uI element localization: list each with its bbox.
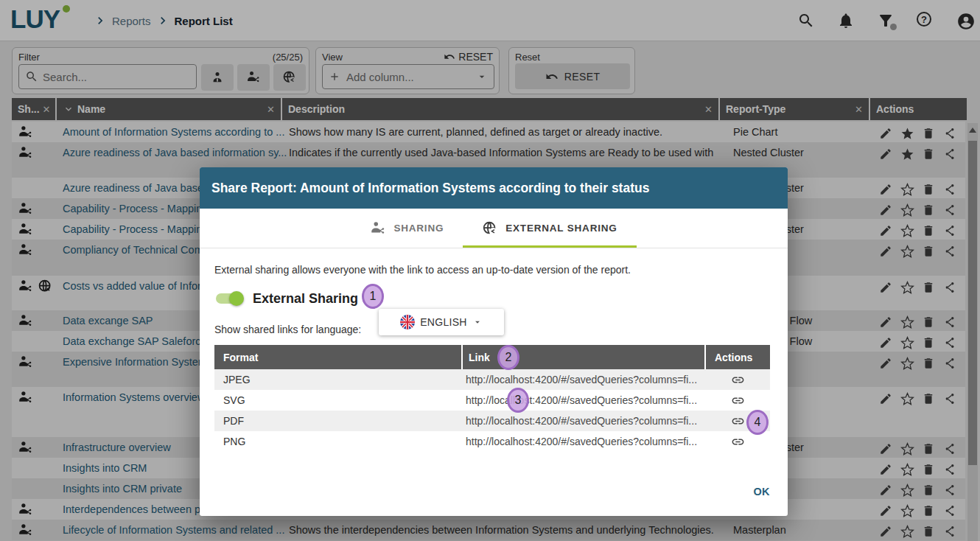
format-cell: PDF	[214, 415, 463, 427]
share-links-table: Format Link Actions JPEG http://localhos…	[214, 345, 770, 452]
external-sharing-toggle-row: External Sharing	[216, 284, 358, 313]
copy-link-icon[interactable]	[731, 373, 745, 387]
share-link-row: PNG http://localhost:4200/#/savedQueries…	[214, 431, 770, 452]
link-cell[interactable]: http://localhost:4200/#/savedQueries?col…	[463, 394, 706, 406]
format-cell: SVG	[214, 394, 463, 406]
link-cell[interactable]: http://localhost:4200/#/savedQueries?col…	[463, 374, 706, 385]
share-report-dialog: Share Report: Amount of Information Syst…	[200, 167, 788, 516]
link-cell[interactable]: http://localhost:4200/#/savedQueries?col…	[463, 436, 706, 447]
link-actions-cell	[706, 394, 770, 408]
column-header-format: Format	[214, 345, 461, 369]
column-header-actions: Actions	[706, 345, 770, 369]
share-links-rows: JPEG http://localhost:4200/#/savedQuerie…	[214, 369, 770, 452]
chevron-down-icon	[472, 317, 483, 327]
tab-sharing[interactable]: SHARING	[351, 209, 463, 248]
toggle-knob	[229, 291, 244, 306]
language-value: ENGLISH	[420, 316, 467, 328]
format-cell: JPEG	[214, 374, 463, 385]
copy-link-icon[interactable]	[731, 435, 745, 449]
share-links-header: Format Link Actions	[214, 345, 770, 369]
external-sharing-heading: External Sharing	[253, 291, 358, 307]
share-link-row: PDF http://localhost:4200/#/savedQueries…	[214, 411, 770, 431]
link-actions-cell	[706, 435, 770, 449]
annotation-badge: 1	[362, 284, 384, 309]
dialog-title: Share Report: Amount of Information Syst…	[211, 181, 649, 196]
share-link-row: JPEG http://localhost:4200/#/savedQuerie…	[214, 369, 770, 390]
uk-flag-icon	[400, 315, 415, 329]
shared-person-icon	[370, 220, 386, 237]
report-list-page: LUY Reports Report List Filter (25/25)	[0, 0, 980, 541]
ok-button[interactable]: OK	[753, 486, 770, 498]
dialog-tabs: SHARING EXTERNAL SHARING	[200, 209, 788, 248]
annotation-badge: 2	[497, 345, 519, 370]
external-sharing-toggle[interactable]	[216, 293, 242, 304]
language-label: Show shared links for language:	[214, 324, 361, 335]
external-sharing-description: External sharing allows everyone with th…	[214, 264, 631, 276]
shared-globe-icon	[482, 220, 498, 237]
copy-link-icon[interactable]	[731, 414, 745, 428]
tab-external-sharing[interactable]: EXTERNAL SHARING	[463, 209, 636, 248]
copy-link-icon[interactable]	[731, 394, 745, 408]
link-actions-cell	[706, 373, 770, 387]
language-select[interactable]: ENGLISH	[379, 309, 504, 335]
link-cell[interactable]: http://localhost:4200/#/savedQueries?col…	[463, 415, 706, 427]
share-link-row: SVG http://localhost:4200/#/savedQueries…	[214, 390, 770, 411]
language-row: Show shared links for language: ENGLISH	[214, 315, 361, 344]
annotation-badge: 3	[507, 388, 529, 413]
annotation-badge: 4	[746, 410, 769, 435]
dialog-header: Share Report: Amount of Information Syst…	[200, 167, 788, 209]
format-cell: PNG	[214, 436, 463, 447]
